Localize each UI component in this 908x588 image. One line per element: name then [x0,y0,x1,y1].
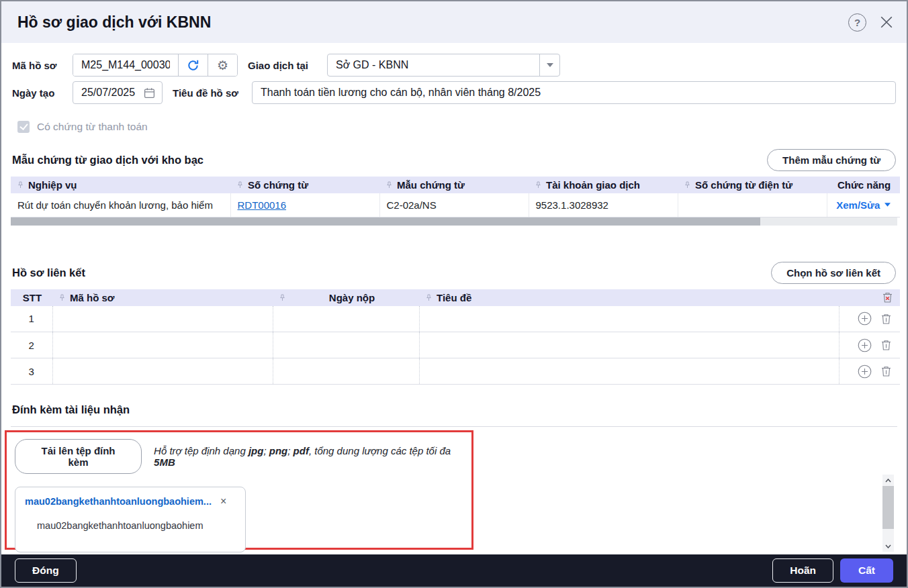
ngay-tao-value: 25/07/2025 [81,87,138,99]
trash-icon [880,365,892,377]
ma-ho-so-input[interactable] [73,54,178,76]
cell-tieu-de [419,332,839,358]
pin-icon[interactable] [237,181,243,189]
column-header: Số chứng từ [248,179,308,191]
ngay-tao-datepicker[interactable]: 25/07/2025 [73,81,163,104]
tieu-de-input[interactable] [252,81,896,104]
close-button[interactable]: Đóng [15,558,77,583]
pin-icon[interactable] [279,294,285,301]
voucher-section-header: Mẫu chứng từ giao dịch với kho bạc Thêm … [12,149,896,171]
trash-x-icon [882,291,893,303]
add-row-button[interactable] [858,338,872,352]
column-header: Ngày nộp [290,292,414,303]
linked-table-row: 1 [11,306,900,332]
cell-ma-ho-so [52,332,273,358]
pin-icon[interactable] [535,181,541,189]
plus-circle-icon [858,338,872,352]
cell-tieu-de [419,358,839,385]
linked-table-row: 2 [11,332,900,358]
pin-icon[interactable] [386,181,392,189]
form-row-2: Ngày tạo 25/07/2025 Tiêu đề hồ sơ [12,81,896,104]
vertical-scrollbar[interactable] [882,475,894,552]
giao-dich-tai-select[interactable]: Sở GD - KBNN [327,54,560,77]
plus-circle-icon [858,364,872,379]
cell-ma-ho-so [52,306,273,332]
tieu-de-label: Tiêu đề hồ sơ [173,87,252,99]
dialog-titlebar: Hồ sơ giao dịch với KBNN ? [1,1,907,43]
divider [11,426,897,427]
cell-tai-khoan: 9523.1.3028932 [529,193,678,217]
column-header: STT [11,289,52,306]
linked-files-table: STT Mã hồ sơ Ngày nộp Tiêu đề [11,289,900,385]
upload-file-button[interactable]: Tải lên tệp đính kèm [15,439,142,474]
linked-section-header: Hồ sơ liên kết Chọn hồ sơ liên kết [12,262,896,284]
voucher-table: Nghiệp vụ Số chứng từ Mẫu chứng từ Tài k… [11,177,900,217]
postpone-button[interactable]: Hoãn [772,558,833,583]
payment-voucher-checkbox [17,121,30,133]
pin-icon[interactable] [684,181,690,189]
delete-row-button[interactable] [880,313,892,325]
column-header: Mã hồ sơ [70,292,115,303]
add-row-button[interactable] [858,311,872,326]
giao-dich-tai-label: Giao dịch tại [248,60,327,71]
horizontal-scrollbar-thumb[interactable] [11,217,760,226]
trash-icon [880,313,892,325]
add-voucher-button[interactable]: Thêm mẫu chứng từ [767,149,896,171]
kbnn-transaction-dialog: Hồ sơ giao dịch với KBNN ? Mã hồ sơ [0,0,908,588]
column-header: Mẫu chứng từ [397,179,465,191]
refresh-button[interactable] [178,54,208,76]
trash-icon [880,339,892,351]
question-mark-glyph: ? [854,17,860,28]
pin-icon[interactable] [426,294,432,301]
plus-circle-icon [858,311,872,326]
cell-stt: 3 [11,358,52,385]
column-header: Tiêu đề [437,292,471,303]
calendar-icon[interactable] [144,87,155,99]
add-row-button[interactable] [858,364,872,379]
delete-row-button[interactable] [880,339,892,351]
form-row-1: Mã hồ sơ ⚙ Giao dịch tại Sở GD - KBNN [12,54,896,77]
cell-ngay-nop [273,306,419,332]
giao-dich-tai-value: Sở GD - KBNN [328,59,539,71]
chevron-down-icon [884,203,891,207]
cell-ngay-nop [273,332,419,358]
linked-section-title: Hồ sơ liên kết [12,266,85,279]
column-header: Tài khoản giao dịch [546,179,640,191]
view-edit-menu[interactable]: Xem/Sửa [836,199,891,211]
attachment-section-title: Đính kèm tài liệu nhận [12,403,896,416]
chevron-down-icon[interactable] [539,54,559,76]
pin-icon[interactable] [59,294,65,301]
linked-table-header-row: STT Mã hồ sơ Ngày nộp Tiêu đề [11,289,900,306]
remove-file-icon[interactable]: × [220,496,226,507]
horizontal-scrollbar[interactable] [11,217,897,226]
choose-linked-file-button[interactable]: Chọn hồ sơ liên kết [771,262,896,284]
dialog-body: Mã hồ sơ ⚙ Giao dịch tại Sở GD - KBNN [1,43,907,554]
save-button[interactable]: Cất [840,558,893,583]
cell-mau-chung-tu: C2-02a/NS [379,193,529,217]
voucher-table-header-row: Nghiệp vụ Số chứng từ Mẫu chứng từ Tài k… [11,177,900,193]
voucher-number-link[interactable]: RDT00016 [238,199,287,211]
attached-file-card: mau02bangkethanhtoanluongbaohiem... × ma… [15,487,246,552]
cell-stt: 1 [11,306,52,332]
delete-all-rows-button[interactable] [882,291,893,303]
cell-ma-ho-so [52,358,273,385]
settings-button[interactable]: ⚙ [208,54,237,76]
attached-file-link[interactable]: mau02bangkethanhtoanluongbaohiem... [25,496,212,507]
pin-icon[interactable] [17,181,24,189]
upload-hint: Hỗ trợ tệp định dạng jpg; png; pdf, tổng… [154,445,463,468]
help-icon[interactable]: ? [848,13,866,32]
scroll-down-icon[interactable] [882,540,894,552]
cell-nghiep-vu: Rút dự toán chuyển khoản lương, bảo hiểm [11,193,230,217]
cell-so-ct-dien-tu [678,193,827,217]
cell-ngay-nop [273,358,419,385]
delete-row-button[interactable] [880,365,892,377]
linked-table-row: 3 [11,358,900,385]
column-header: Nghiệp vụ [28,179,77,191]
scroll-up-icon[interactable] [882,475,894,486]
payment-voucher-checkbox-label: Có chứng từ thanh toán [37,121,148,133]
gear-icon: ⚙ [217,59,228,72]
close-icon[interactable] [880,15,893,29]
ma-ho-so-group: ⚙ [73,54,238,77]
vertical-scrollbar-thumb[interactable] [882,486,894,529]
column-header: Chức năng [827,177,900,193]
